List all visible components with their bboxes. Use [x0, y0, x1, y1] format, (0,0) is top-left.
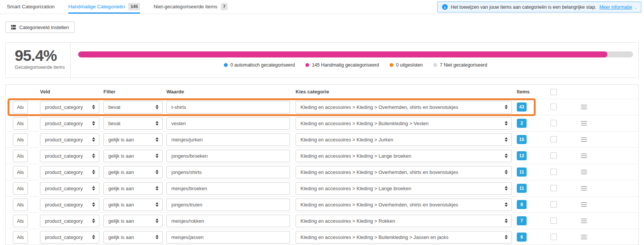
filter-select[interactable]: gelijk is aan [103, 215, 163, 227]
rule-row: Als product_category gelijk is aan Kledi… [6, 229, 638, 245]
row-checkbox[interactable] [550, 104, 557, 110]
drag-handle-icon[interactable] [581, 105, 587, 110]
category-select[interactable]: Kleding en accessoires > Kleding > Lange… [296, 150, 512, 162]
row-checkbox[interactable] [550, 217, 557, 224]
filter-select[interactable]: gelijk is aan [103, 150, 163, 162]
filter-select[interactable]: bevat [103, 101, 163, 113]
als-button[interactable]: Als [13, 166, 28, 178]
filter-select[interactable]: gelijk is aan [103, 182, 163, 195]
category-select[interactable]: Kleding en accessoires > Kleding > Overh… [296, 198, 512, 211]
value-input[interactable] [166, 198, 290, 211]
als-button[interactable]: Als [13, 182, 28, 195]
drag-handle-icon[interactable] [581, 235, 587, 240]
updown-icon [92, 105, 95, 109]
stats-detail: 0 automatisch gecategoriseerd 145 Handma… [71, 43, 638, 78]
value-input[interactable] [166, 133, 290, 146]
field-select[interactable]: product_category [40, 182, 99, 195]
category-select-value: Kleding en accessoires > Kleding > Overh… [300, 202, 458, 208]
drag-handle-icon[interactable] [581, 202, 587, 208]
rule-row: Als product_category gelijk is aan Kledi… [6, 180, 638, 196]
tab-handmatige-categorieen[interactable]: Handmatige Categorieën 145 [68, 0, 140, 14]
als-button[interactable]: Als [13, 198, 28, 211]
category-select[interactable]: Kleding en accessoires > Kleding > Overh… [296, 166, 512, 178]
legend-item: 0 uitgesloten [390, 62, 423, 68]
row-checkbox[interactable] [550, 120, 557, 126]
category-select[interactable]: Kleding en accessoires > Kleding > Jurke… [296, 133, 512, 146]
row-checkbox[interactable] [550, 169, 557, 175]
select-all-checkbox[interactable] [550, 89, 557, 95]
updown-icon [505, 137, 508, 142]
drag-handle-icon[interactable] [581, 170, 587, 175]
updown-icon [505, 154, 508, 158]
category-select[interactable]: Kleding en accessoires > Kleding > Rokke… [296, 215, 512, 227]
value-input[interactable] [166, 166, 290, 178]
more-info-link[interactable]: Meer informatie [599, 5, 632, 10]
field-select[interactable]: product_category [40, 133, 99, 146]
value-input[interactable] [166, 182, 290, 195]
header-filter: Filter [103, 89, 166, 95]
rule-row: Als product_category gelijk is aan Kledi… [6, 212, 638, 229]
category-select[interactable]: Kleding en accessoires > Kleding > Overh… [296, 101, 512, 113]
drag-handle-icon[interactable] [581, 121, 587, 127]
set-category-field-button[interactable]: Categorieveld instellen [5, 22, 75, 33]
legend-item: 7 Niet gecategoriseerd [433, 62, 487, 68]
category-select[interactable]: Kleding en accessoires > Kleding > Lange… [296, 182, 512, 195]
value-input[interactable] [166, 231, 290, 243]
updown-icon [505, 105, 508, 109]
filter-select[interactable]: bevat [103, 117, 163, 130]
value-input[interactable] [166, 150, 290, 162]
drag-handle-icon[interactable] [581, 154, 587, 159]
category-select[interactable]: Kleding en accessoires > Kleding > Buite… [296, 231, 512, 243]
als-button[interactable]: Als [13, 231, 28, 243]
field-select[interactable]: product_category [40, 198, 99, 211]
tab-label: Handmatige Categorieën [68, 4, 125, 9]
als-button[interactable]: Als [13, 150, 28, 162]
drag-handle-icon[interactable] [581, 186, 587, 192]
row-checkbox[interactable] [550, 136, 557, 143]
category-select[interactable]: Kleding en accessoires > Kleding > Buite… [296, 117, 512, 130]
stats-summary: 95.4% Gecategoriseerde items [6, 43, 71, 78]
filter-select-value: gelijk is aan [108, 218, 134, 224]
row-checkbox[interactable] [550, 234, 557, 240]
info-banner-text: Het toewijzen van jouw items aan categor… [451, 5, 596, 10]
drag-handle-icon[interactable] [581, 137, 587, 143]
row-checkbox[interactable] [550, 152, 557, 159]
value-input[interactable] [166, 117, 290, 130]
updown-icon [156, 121, 159, 126]
updown-icon [92, 202, 95, 207]
field-select[interactable]: product_category [40, 150, 99, 162]
row-checkbox[interactable] [550, 185, 557, 191]
header-kies-categorie: Kies categorie [296, 89, 517, 95]
category-select-value: Kleding en accessoires > Kleding > Buite… [300, 234, 448, 240]
legend: 0 automatisch gecategoriseerd 145 Handma… [78, 62, 633, 68]
field-select[interactable]: product_category [40, 231, 99, 243]
progress-bar [78, 51, 633, 57]
als-button[interactable]: Als [13, 215, 28, 227]
updown-icon [156, 170, 159, 174]
filter-select[interactable]: gelijk is aan [103, 133, 163, 146]
filter-select[interactable]: gelijk is aan [103, 166, 163, 178]
field-select[interactable]: product_category [40, 215, 99, 227]
als-button[interactable]: Als [13, 133, 28, 146]
tab-smart-categorization[interactable]: Smart Categorization [7, 0, 55, 14]
updown-icon [92, 186, 95, 191]
field-select[interactable]: product_category [40, 166, 99, 178]
field-select[interactable]: product_category [40, 117, 99, 130]
legend-dot [305, 63, 309, 67]
rule-row: Als product_category bevat Kleding en ac… [6, 115, 638, 131]
legend-label: 0 automatisch gecategoriseerd [230, 62, 295, 68]
value-input[interactable] [166, 215, 290, 227]
field-select-value: product_category [45, 137, 83, 143]
updown-icon [92, 154, 95, 158]
value-input[interactable] [166, 101, 290, 113]
field-select[interactable]: product_category [40, 101, 99, 113]
als-button[interactable]: Als [13, 101, 28, 113]
als-button[interactable]: Als [13, 117, 28, 130]
filter-select[interactable]: gelijk is aan [103, 198, 163, 211]
filter-select[interactable]: gelijk is aan [103, 231, 163, 243]
drag-handle-icon[interactable] [581, 219, 587, 224]
legend-dot [433, 63, 437, 67]
row-checkbox[interactable] [550, 201, 557, 208]
tab-niet-gecategoriseerde-items[interactable]: Niet-gecategoriseerde items 7 [154, 0, 228, 14]
updown-icon [505, 235, 508, 239]
